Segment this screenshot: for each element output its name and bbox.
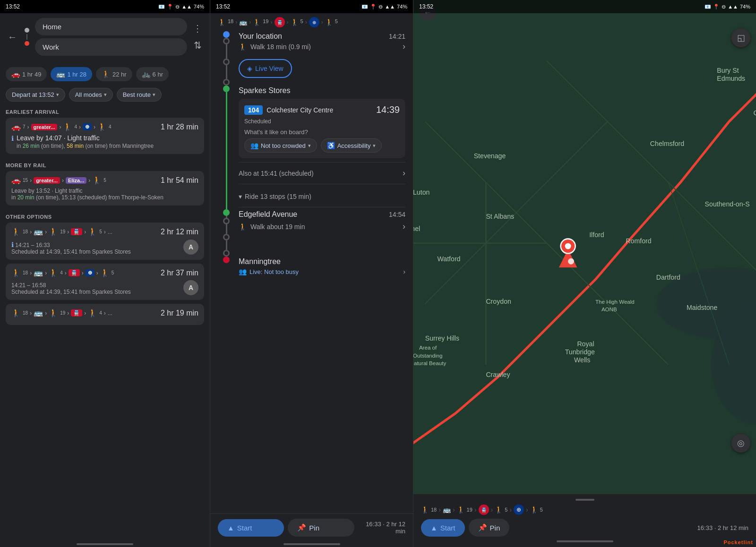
tl-dot-walk19a — [223, 218, 230, 224]
route-card-5[interactable]: 🚶 18 › 🚌 › 🚶 19 › 🚆 › 🚶 4 › ... 2 hr 19 … — [6, 304, 204, 325]
svg-text:St Albans: St Albans — [486, 213, 514, 220]
map-layers-button[interactable]: ◱ — [731, 28, 750, 47]
time-mid: 13:52 — [216, 3, 230, 10]
mode-car[interactable]: 🚗 1 hr 49 — [6, 67, 47, 81]
map-pin-button[interactable]: 📌 Pin — [469, 519, 510, 537]
status-bar-mid: 13:52 📧 📍 ⊖ ▲▲ 74% — [210, 0, 413, 13]
svg-text:Bury St: Bury St — [717, 67, 739, 74]
pocketlint-text: Pocket — [723, 539, 743, 545]
walk-icon-crumb: 🚶 — [218, 18, 226, 26]
walk2-icon-r1: 🚶 — [97, 122, 107, 131]
arrow-r1: › — [27, 124, 29, 130]
mode-bike[interactable]: 🚲 6 hr — [136, 67, 169, 81]
bus-card: 104 Colchester City Centre 14:39 Schedul… — [239, 99, 405, 158]
stops-row[interactable]: ▾ Ride 13 stops (15 min) — [239, 188, 405, 205]
manningtree-expand-icon: › — [403, 268, 405, 275]
walk19-row[interactable]: 🚶 Walk about 19 min › — [239, 218, 405, 235]
route-3-avatar: A — [183, 239, 198, 255]
panel-mid: 13:52 📧 📍 ⊖ ▲▲ 74% 🚶 18 › 🚌 › 🚶 19 › 🚆 ›… — [210, 0, 413, 547]
routes-list: EARLIEST ARRIVAL 🚗 7 › greater... › 🚶 4 … — [0, 104, 210, 541]
route-2-icons: 🚗 15 › greater... › Eliza... › 🚶 5 — [11, 176, 161, 185]
transit-time: 1 hr 28 — [67, 71, 86, 78]
walk4-icon-map: 🚶 — [530, 506, 538, 513]
car-icon: 🚗 — [11, 70, 20, 78]
route-4-avatar: A — [183, 280, 198, 295]
route-label: Best route — [123, 91, 151, 98]
mid-pin-button[interactable]: 📌 Pin — [288, 519, 354, 537]
origin-input[interactable] — [35, 18, 187, 35]
svg-text:Tunbridge: Tunbridge — [565, 348, 595, 356]
route-card-4[interactable]: 🚶 18 › 🚌 › 🚶 4 › 🚆 › ⊕ › 🚶 5 2 hr 37 min — [6, 264, 204, 300]
swap-button[interactable]: ⇅ — [191, 38, 204, 53]
mid-action-bar: ▲ Start 📌 Pin 16:33 · 2 hr 12 min — [210, 513, 413, 541]
more-button[interactable]: ⋮ — [191, 21, 204, 36]
sparkes-label: Sparkes Stores — [239, 86, 290, 95]
accessibility-chip[interactable]: ♿ Accessibility ▾ — [321, 138, 382, 153]
tube-badge-r1: ⊕ — [83, 123, 92, 130]
route-filter[interactable]: Best route ▾ — [117, 88, 162, 102]
route-card-2[interactable]: 🚗 15 › greater... › Eliza... › 🚶 5 1 hr … — [6, 171, 204, 205]
svg-text:Hemel: Hemel — [413, 225, 420, 232]
route-card-1[interactable]: 🚗 7 › greater... › 🚶 4 › ⊕ › 🚶 4 1 hr 28… — [6, 118, 204, 154]
map-locate-button[interactable]: ◎ — [731, 434, 750, 453]
walk-row[interactable]: 🚶 Walk 18 min (0.9 mi) › — [239, 38, 405, 55]
rail-badge-crumb: 🚆 — [275, 17, 285, 27]
tl-col-walk19 — [218, 218, 235, 256]
route-3-header: 🚶 18 › 🚌 › 🚶 19 › 🚆 › 🚶 5 › ... 2 hr 12 … — [11, 227, 198, 236]
mode-transit[interactable]: 🚌 1 hr 28 — [51, 67, 92, 81]
live-view-button[interactable]: ◈ Live View — [239, 59, 292, 78]
walk-icon-tl: 🚶 — [239, 43, 247, 51]
bottom-handle — [77, 543, 133, 545]
tl-dot-walk19b — [223, 234, 230, 240]
svg-text:Maidstone: Maidstone — [687, 304, 717, 311]
map-svg: Luton Stevenage Hemel Watford St Albans … — [413, 0, 756, 547]
walk2-icon-crumb: 🚶 — [253, 18, 261, 26]
route-3-icons: 🚶 18 › 🚌 › 🚶 19 › 🚆 › 🚶 5 › ... — [11, 227, 161, 236]
route-3-info: ℹ 14:21 – 16:33 Scheduled at 14:39, 15:4… — [11, 241, 131, 255]
filter-row: Depart at 13:52 ▾ All modes ▾ Best route… — [0, 85, 210, 104]
walk-leg-section: 🚶 Walk 18 min (0.9 mi) › ◈ Live View — [210, 38, 413, 85]
route-card-3[interactable]: 🚶 18 › 🚌 › 🚶 19 › 🚆 › 🚶 5 › ... 2 hr 12 … — [6, 222, 204, 260]
svg-text:Stevenage: Stevenage — [474, 152, 506, 160]
tl-dot-manningtree — [223, 256, 230, 263]
tl-col-manningtree — [218, 256, 235, 275]
also-at-row[interactable]: Also at 15:41 (scheduled) › — [239, 162, 405, 184]
accessibility-chevron-icon: ▾ — [373, 143, 376, 149]
locate-icon: ◎ — [737, 438, 745, 448]
also-at-text: Also at 15:41 (scheduled) — [239, 170, 314, 177]
route-5-header: 🚶 18 › 🚌 › 🚶 19 › 🚆 › 🚶 4 › ... 2 hr 19 … — [11, 308, 198, 317]
mid-arrival-info: 16:33 · 2 hr 12 min — [358, 521, 405, 535]
walk19-text: Walk about 19 min — [250, 223, 305, 231]
bus-icon-crumb: 🚌 — [239, 18, 247, 26]
route-1-header: 🚗 7 › greater... › 🚶 4 › ⊕ › 🚶 4 1 hr 28… — [11, 122, 198, 131]
crowded-chip[interactable]: 👥 Not too crowded ▾ — [244, 138, 317, 153]
map-start-button[interactable]: ▲ Start — [421, 519, 465, 537]
mode-walk[interactable]: 🚶 22 hr — [96, 67, 132, 81]
timeline: Your location 14:21 🚶 Walk 18 min (0.9 m… — [210, 31, 413, 513]
mid-start-button[interactable]: ▲ Start — [218, 519, 284, 537]
svg-text:Ilford: Ilford — [589, 231, 604, 239]
back-button[interactable]: ← — [6, 30, 19, 44]
modes-filter[interactable]: All modes ▾ — [69, 88, 113, 102]
map-pin-label: Pin — [490, 524, 500, 532]
bike-time: 6 hr — [153, 71, 163, 78]
walk3-icon-map: 🚶 — [495, 506, 503, 513]
depart-filter[interactable]: Depart at 13:52 ▾ — [6, 88, 65, 102]
sparkes-section: Sparkes Stores 104 Colchester City Centr… — [210, 85, 413, 209]
car-icon-r2: 🚗 — [11, 176, 21, 185]
svg-text:AONB: AONB — [601, 307, 617, 312]
svg-text:Luton: Luton — [413, 188, 430, 196]
crowded-label: Not too crowded — [261, 142, 306, 149]
map-pin-icon: 📌 — [478, 523, 487, 532]
destination-input[interactable] — [35, 38, 187, 56]
walk-icon: 🚶 — [102, 70, 111, 78]
svg-text:Cambridge: Cambridge — [754, 109, 756, 117]
route-1-detail: in 26 min (on time), 58 min (on time) fr… — [17, 143, 154, 149]
svg-text:Wells: Wells — [574, 356, 590, 364]
route-4-icons: 🚶 18 › 🚌 › 🚶 4 › 🚆 › ⊕ › 🚶 5 — [11, 268, 161, 277]
status-icons-right: 📧 📍 ⊖ ▲▲ 74% — [704, 4, 750, 10]
route-4-header: 🚶 18 › 🚌 › 🚶 4 › 🚆 › ⊕ › 🚶 5 2 hr 37 min — [11, 268, 198, 277]
mid-bottom-handle — [284, 543, 340, 545]
rail-badge-map: 🚆 — [479, 504, 489, 515]
route-dots — [23, 28, 31, 46]
